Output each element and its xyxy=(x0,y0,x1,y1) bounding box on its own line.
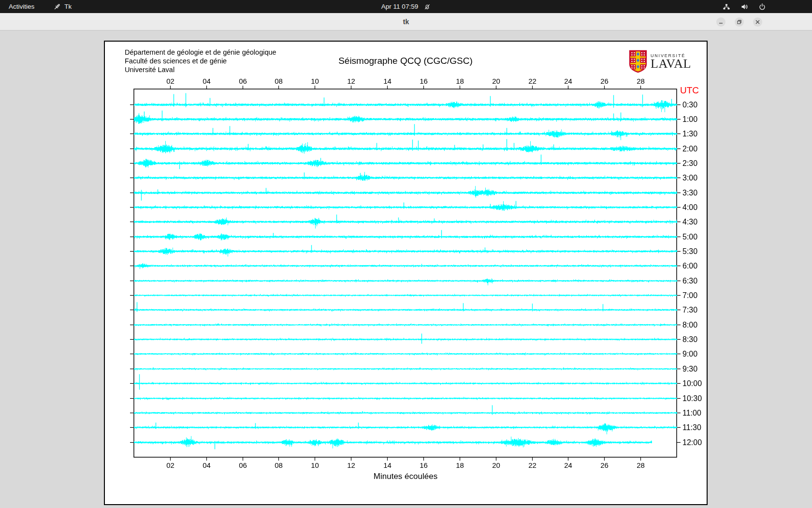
laval-shield-icon xyxy=(629,50,647,75)
logo-laval-word: LAVAL xyxy=(651,58,691,70)
x-axis-label: Minutes écoulées xyxy=(134,472,677,481)
institution-line-3: Université Laval xyxy=(125,65,276,74)
app-menu-label: Tk xyxy=(64,3,72,10)
window-title: tk xyxy=(0,13,812,30)
app-menu-tk[interactable]: Tk xyxy=(54,3,72,10)
clock-label: Apr 11 07:59 xyxy=(381,3,418,10)
activities-label: Activities xyxy=(9,3,34,10)
tk-window-body: Département de géologie et de génie géol… xyxy=(0,30,812,508)
minimize-button[interactable] xyxy=(716,17,725,27)
top-bar: Activities Tk Apr 11 07:59 xyxy=(0,0,812,13)
seismograph-panel: Département de géologie et de génie géol… xyxy=(104,41,708,505)
window-titlebar[interactable]: tk xyxy=(0,13,812,30)
close-button[interactable] xyxy=(753,17,762,27)
wired-network-icon xyxy=(723,3,730,11)
universite-laval-logo: UNIVERSITÉ LAVAL xyxy=(629,50,691,75)
maximize-button[interactable] xyxy=(735,17,744,27)
speaker-icon xyxy=(740,3,748,11)
bell-slash-icon xyxy=(424,3,431,10)
tk-feather-icon xyxy=(54,3,61,10)
page-title: Séismographe QCQ (CGC/GSC) xyxy=(134,56,677,66)
activities-button[interactable]: Activities xyxy=(0,0,43,13)
system-status-area[interactable] xyxy=(723,0,766,13)
seismogram-plot xyxy=(105,42,707,504)
utc-label: UTC xyxy=(680,85,699,96)
clock-menu[interactable]: Apr 11 07:59 xyxy=(381,0,431,13)
power-icon xyxy=(758,3,766,11)
